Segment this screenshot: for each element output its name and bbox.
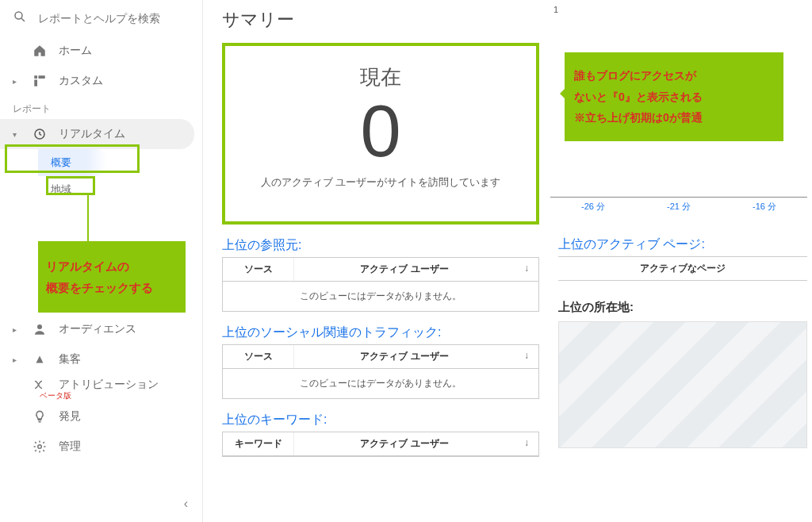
time-axis: -26 分 -21 分 -16 分 bbox=[550, 197, 807, 213]
svg-line-1 bbox=[21, 18, 25, 21]
col-source: ソース bbox=[223, 345, 294, 368]
sort-arrow-icon[interactable]: ↓ bbox=[515, 258, 538, 281]
user-icon bbox=[32, 322, 48, 336]
nav-label: ホーム bbox=[59, 44, 92, 58]
col-active: アクティブ ユーザー bbox=[294, 258, 515, 281]
panel-title-keyword[interactable]: 上位のキーワード: bbox=[222, 412, 539, 428]
now-subtext: 人のアクティブ ユーザーがサイトを訪問しています bbox=[233, 175, 528, 190]
sub-region[interactable]: 地域 bbox=[38, 176, 202, 203]
map-placeholder[interactable] bbox=[558, 321, 807, 448]
now-value: 0 bbox=[233, 94, 528, 167]
acquisition-icon bbox=[32, 352, 48, 367]
svg-point-7 bbox=[38, 445, 42, 449]
annotation-right: 誰もブログにアクセスが ないと『0』と表示される ※立ち上げ初期は0が普通 bbox=[565, 52, 783, 141]
clock-icon bbox=[32, 127, 48, 141]
tick: -26 分 bbox=[581, 201, 605, 213]
axis-mark: 1 bbox=[553, 5, 807, 14]
annotation-text: 概要をチェックする bbox=[46, 277, 178, 298]
sub-overview[interactable]: 概要 bbox=[38, 149, 107, 176]
col-keyword: キーワード bbox=[223, 432, 294, 455]
search-input[interactable] bbox=[38, 12, 190, 25]
section-label-report: レポート bbox=[0, 96, 202, 119]
tick: -16 分 bbox=[753, 201, 776, 213]
nav-custom[interactable]: ▸ カスタム bbox=[0, 66, 202, 96]
annotation-text: ※立ち上げ初期は0が普通 bbox=[574, 107, 774, 129]
home-icon bbox=[32, 44, 48, 58]
bulb-icon bbox=[32, 409, 48, 424]
nav-label: 発見 bbox=[59, 409, 81, 424]
col-active: アクティブ ユーザー bbox=[294, 432, 515, 455]
panel-title-active-pages[interactable]: 上位のアクティブ ページ: bbox=[558, 236, 807, 253]
nav-discover[interactable]: 発見 bbox=[0, 401, 202, 432]
chevron-down-icon: ▾ bbox=[13, 130, 21, 139]
chevron-right-icon: ▸ bbox=[13, 77, 21, 86]
chevron-right-icon: ▸ bbox=[13, 325, 21, 334]
nav-audience[interactable]: ▸ オーディエンス bbox=[0, 314, 202, 344]
realtime-subitems: 概要 地域 bbox=[0, 149, 202, 203]
nav-label: カスタム bbox=[59, 74, 103, 88]
nav-admin[interactable]: 管理 bbox=[0, 432, 202, 462]
nav-realtime[interactable]: ▾ リアルタイム bbox=[0, 119, 194, 149]
gear-icon bbox=[32, 439, 48, 454]
col-active-page: アクティブなページ bbox=[558, 256, 807, 281]
panel-title-social[interactable]: 上位のソーシャル関連のトラフィック: bbox=[222, 324, 539, 341]
empty-msg: このビューにはデータがありません。 bbox=[223, 282, 538, 311]
panel-referral: 上位の参照元: ソース アクティブ ユーザー ↓ このビューにはデータがありませ… bbox=[222, 237, 539, 312]
now-label: 現在 bbox=[233, 63, 528, 91]
sort-arrow-icon[interactable]: ↓ bbox=[515, 345, 538, 368]
panel-title-location: 上位の所在地: bbox=[558, 300, 807, 315]
col-active: アクティブ ユーザー bbox=[294, 345, 515, 368]
annotation-text: ないと『0』と表示される bbox=[574, 86, 774, 108]
empty-msg: このビューにはデータがありません。 bbox=[223, 369, 538, 398]
col-source: ソース bbox=[223, 258, 294, 281]
nav-label: 集客 bbox=[59, 352, 81, 367]
panel-title-referral[interactable]: 上位の参照元: bbox=[222, 237, 539, 254]
annotation-text: リアルタイムの bbox=[46, 255, 178, 277]
annotation-text: 誰もブログにアクセスが bbox=[574, 65, 774, 86]
collapse-sidebar-icon[interactable]: ‹ bbox=[184, 497, 188, 511]
nav-acquisition[interactable]: ▸ 集客 bbox=[0, 344, 202, 374]
nav-label: 管理 bbox=[59, 439, 81, 454]
nav-label: オーディエンス bbox=[59, 322, 136, 336]
search-row bbox=[0, 0, 202, 36]
nav-label: リアルタイム bbox=[59, 127, 125, 141]
svg-point-6 bbox=[37, 324, 42, 329]
annotation-left: リアルタイムの 概要をチェックする bbox=[38, 241, 186, 313]
beta-badge: ベータ版 bbox=[40, 390, 202, 401]
svg-rect-3 bbox=[34, 80, 37, 86]
panel-social: 上位のソーシャル関連のトラフィック: ソース アクティブ ユーザー ↓ このビュ… bbox=[222, 324, 539, 399]
tick: -21 分 bbox=[667, 201, 691, 213]
chevron-right-icon: ▸ bbox=[13, 355, 21, 364]
annotation-connector bbox=[87, 195, 89, 243]
svg-rect-4 bbox=[39, 75, 45, 79]
svg-point-0 bbox=[15, 12, 22, 19]
search-icon bbox=[13, 10, 27, 26]
custom-icon bbox=[32, 74, 48, 88]
nav-home[interactable]: ホーム bbox=[0, 36, 202, 66]
svg-rect-2 bbox=[34, 75, 37, 79]
now-card: 現在 0 人のアクティブ ユーザーがサイトを訪問しています bbox=[222, 43, 539, 225]
panel-keyword: 上位のキーワード: キーワード アクティブ ユーザー ↓ bbox=[222, 412, 539, 457]
sort-arrow-icon[interactable]: ↓ bbox=[515, 432, 538, 455]
